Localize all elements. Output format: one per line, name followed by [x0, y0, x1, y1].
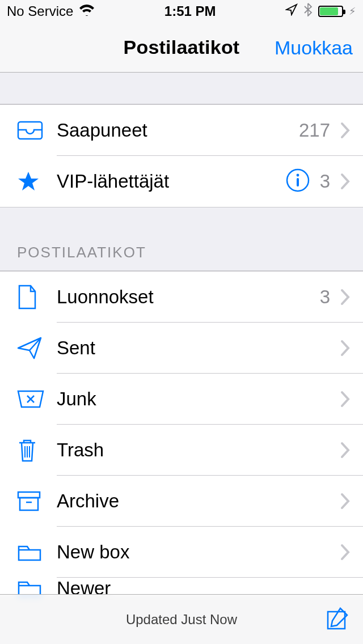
- junk-icon: [17, 389, 57, 409]
- inbox-icon: [17, 121, 57, 140]
- folder-icon: [17, 542, 57, 562]
- mailbox-row-sent[interactable]: Sent: [0, 323, 363, 374]
- edit-button[interactable]: Muokkaa: [275, 36, 353, 58]
- toolbar-status: Updated Just Now: [126, 612, 237, 628]
- chevron-right-icon: [340, 442, 351, 459]
- section-header-mailboxes: POSTILAATIKOT: [0, 207, 363, 271]
- chevron-right-icon: [340, 544, 351, 561]
- nav-bar: Postilaatikot Muokkaa: [0, 23, 363, 73]
- svg-point-2: [296, 174, 299, 177]
- status-time: 1:51 PM: [164, 3, 216, 19]
- archive-icon: [17, 490, 57, 512]
- chevron-right-icon: [340, 493, 351, 510]
- chevron-right-icon: [340, 289, 351, 306]
- wifi-icon: [79, 3, 95, 19]
- mailbox-count: 3: [320, 171, 330, 192]
- favorites-group: Saapuneet 217 VIP-lähettäjät 3: [0, 104, 363, 207]
- charging-icon: ⚡︎: [349, 5, 356, 18]
- chevron-right-icon: [340, 173, 351, 190]
- chevron-right-icon: [340, 340, 351, 357]
- svg-rect-3: [297, 178, 299, 187]
- mailbox-list[interactable]: Saapuneet 217 VIP-lähettäjät 3: [0, 73, 363, 644]
- info-icon[interactable]: [286, 168, 310, 194]
- battery-icon: [318, 6, 343, 17]
- bluetooth-icon: [303, 3, 313, 20]
- status-right: ⚡︎: [285, 3, 356, 20]
- mailbox-label: Trash: [57, 439, 340, 461]
- paperplane-icon: [17, 336, 57, 361]
- chevron-right-icon: [340, 391, 351, 408]
- mailbox-label: VIP-lähettäjät: [57, 171, 286, 192]
- chevron-right-icon: [340, 122, 351, 139]
- page-title: Postilaatikot: [124, 36, 240, 58]
- trash-icon: [17, 437, 57, 463]
- mailbox-label: Luonnokset: [57, 286, 320, 308]
- mailbox-row-junk[interactable]: Junk: [0, 374, 363, 425]
- svg-rect-4: [18, 492, 40, 498]
- star-icon: [17, 170, 57, 193]
- svg-rect-5: [20, 498, 38, 510]
- mailbox-row-trash[interactable]: Trash: [0, 425, 363, 476]
- mailbox-row-inbox[interactable]: Saapuneet 217: [0, 105, 363, 156]
- mailboxes-group: Luonnokset 3 Sent: [0, 271, 363, 599]
- mailbox-row-archive[interactable]: Archive: [0, 476, 363, 527]
- status-left: No Service: [7, 3, 95, 19]
- mailbox-label: Sent: [57, 337, 340, 359]
- status-bar: No Service 1:51 PM ⚡︎: [0, 0, 363, 23]
- mailbox-label: Saapuneet: [57, 120, 299, 141]
- carrier-text: No Service: [7, 3, 73, 19]
- mailbox-row-newbox[interactable]: New box: [0, 527, 363, 578]
- mailbox-count: 3: [320, 286, 330, 308]
- mailbox-label: Archive: [57, 490, 340, 512]
- mailbox-count: 217: [299, 120, 330, 141]
- compose-button[interactable]: [324, 606, 349, 633]
- section-gap: [0, 73, 363, 104]
- document-icon: [17, 285, 57, 310]
- mailbox-label: New box: [57, 541, 340, 563]
- mailbox-label: Junk: [57, 388, 340, 410]
- location-icon: [285, 3, 298, 19]
- mailbox-row-vip[interactable]: VIP-lähettäjät 3: [0, 156, 363, 207]
- toolbar: Updated Just Now: [0, 594, 363, 644]
- mailbox-row-drafts[interactable]: Luonnokset 3: [0, 272, 363, 323]
